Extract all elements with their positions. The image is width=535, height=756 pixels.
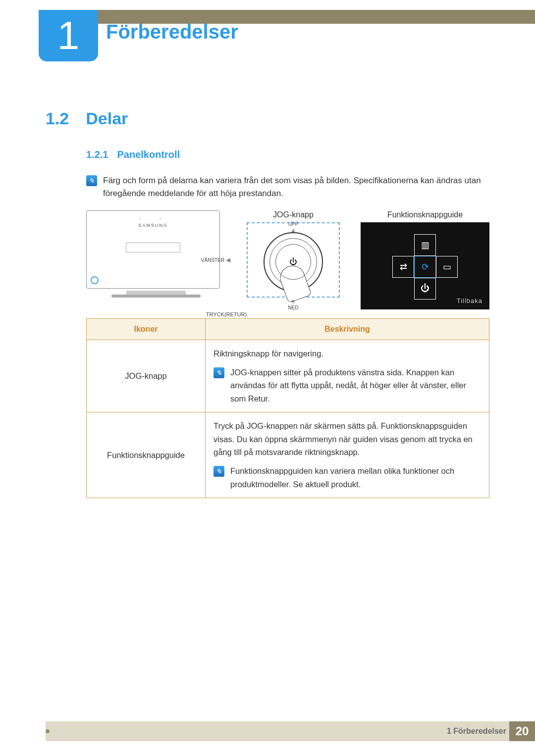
desc-main: Tryck på JOG-knappen när skärmen sätts p… [214, 419, 481, 458]
monitor-brand: SAMSUNG [138, 223, 168, 228]
intro-note: ✎ Färg och form på delarna kan variera f… [86, 174, 489, 201]
cell-desc: Riktningsknapp för navigering. ✎ JOG-kna… [206, 340, 489, 412]
table-row: Funktionsknappguide Tryck på JOG-knappen… [87, 412, 489, 498]
th-desc: Beskrivning [206, 318, 489, 340]
note-icon: ✎ [86, 175, 97, 186]
note-icon: ✎ [214, 466, 224, 477]
label-press: TRYCK(RETUR) [206, 311, 247, 317]
jog-location-icon [91, 276, 99, 284]
section-title: Delar [86, 109, 128, 128]
intro-note-text: Färg och form på delarna kan variera frå… [103, 174, 489, 201]
chapter-badge: 1 [39, 10, 98, 61]
jog-title: JOG-knapp [226, 210, 361, 219]
power-glyph-icon: ⏻ [289, 257, 297, 266]
section-number: 1.2 [46, 109, 69, 128]
monitor-diagram: ○ ○ SAMSUNG [86, 210, 226, 298]
cell-desc: Tryck på JOG-knappen när skärmen sätts p… [206, 412, 489, 498]
pip-icon: ▭ [443, 261, 451, 272]
desc-main: Riktningsknapp för navigering. [214, 347, 481, 360]
diagram-row: ○ ○ SAMSUNG JOG-knapp UPP▲ ⏻ VÄNSTER ◀ [86, 210, 489, 309]
arrow-down-icon: ▼ [290, 298, 296, 305]
desc-note: JOG-knappen sitter på produktens vänstra… [230, 366, 481, 405]
label-down: NED [288, 305, 298, 310]
menu-grid-icon: ▥ [421, 240, 429, 251]
function-guide: Funktionsknappguide ▥ ⇄ ⟳ ▭ ⏻ Tillbaka [361, 210, 489, 309]
note-icon: ✎ [214, 367, 224, 378]
chapter-title: Förberedelser [106, 21, 238, 43]
desc-note: Funktionsknappguiden kan variera mellan … [230, 464, 481, 491]
footer: 1 Förberedelser 20 [46, 721, 535, 741]
th-icons: Ikoner [87, 318, 206, 340]
subsection-title: Panelkontroll [117, 149, 180, 160]
subsection-number: 1.2.1 [86, 149, 108, 160]
jog-diagram: JOG-knapp UPP▲ ⏻ VÄNSTER ◀ ▶ HÖGER ▼NED … [226, 210, 361, 298]
guide-back-label: Tillbaka [457, 297, 482, 304]
cell-icon-label: JOG-knapp [87, 340, 206, 412]
spec-table: Ikoner Beskrivning JOG-knapp Riktningskn… [86, 318, 489, 499]
section-heading: 1.2 Delar [46, 109, 489, 128]
chapter-number: 1 [57, 16, 80, 55]
refresh-icon: ⟳ [422, 261, 429, 272]
power-icon: ⏻ [421, 283, 429, 294]
arrow-left-icon: ◀ [226, 256, 230, 263]
cell-icon-label: Funktionsknappguide [87, 412, 206, 498]
subsection-heading: 1.2.1 Panelkontroll [86, 149, 489, 160]
finger-icon [276, 262, 312, 303]
label-left: VÄNSTER [201, 257, 224, 263]
page-number: 20 [509, 721, 535, 741]
swap-icon: ⇄ [400, 261, 407, 272]
footer-text: 1 Förberedelser [447, 727, 506, 736]
table-row: JOG-knapp Riktningsknapp för navigering.… [87, 340, 489, 412]
guide-title: Funktionsknappguide [361, 210, 489, 219]
